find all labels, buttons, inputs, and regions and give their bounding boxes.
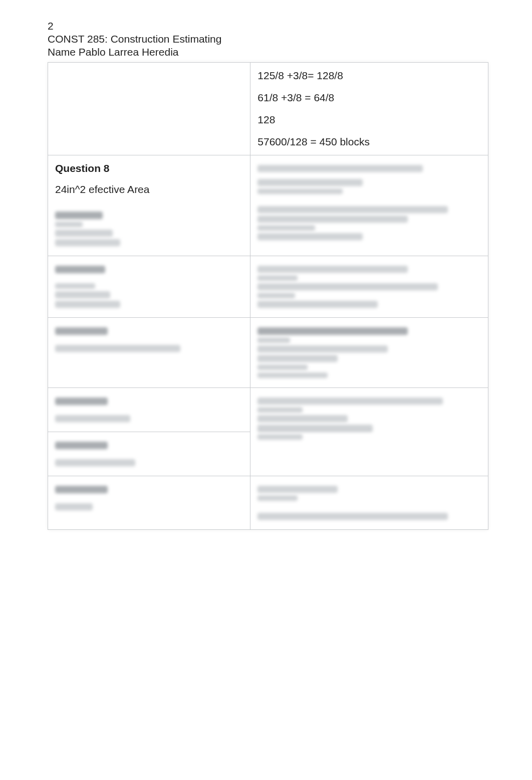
calc-line: 128 — [257, 114, 481, 126]
right-cell — [250, 256, 488, 318]
right-cell — [250, 318, 488, 388]
left-cell — [48, 256, 250, 318]
table-row: Question 8 24in^2 efective Area — [48, 155, 488, 256]
left-cell — [48, 318, 250, 388]
blurred-content — [55, 398, 243, 422]
left-cell: Question 8 24in^2 efective Area — [48, 155, 250, 256]
page-number: 2 — [48, 20, 492, 32]
right-cell — [250, 476, 488, 530]
blurred-content — [257, 327, 481, 378]
right-cell — [250, 388, 488, 476]
blurred-content — [55, 486, 243, 510]
blurred-content — [55, 327, 243, 352]
table-row — [48, 388, 488, 432]
course-title: CONST 285: Construction Estimating — [48, 33, 492, 45]
question-text: 24in^2 efective Area — [55, 183, 243, 196]
left-cell — [48, 432, 250, 476]
blurred-content — [257, 266, 481, 308]
blurred-content — [257, 486, 481, 520]
blurred-content — [55, 442, 243, 466]
left-cell — [48, 388, 250, 432]
blurred-content — [55, 266, 243, 308]
left-cell — [48, 63, 250, 155]
calc-line: 61/8 +3/8 = 64/8 — [257, 92, 481, 104]
answer-block: 125/8 +3/8= 128/8 61/8 +3/8 = 64/8 128 5… — [257, 70, 481, 148]
table-row — [48, 476, 488, 530]
calc-line: 57600/128 = 450 blocks — [257, 136, 481, 148]
blurred-content — [257, 398, 481, 440]
blurred-content — [55, 212, 243, 246]
blurred-content — [257, 165, 481, 240]
right-cell — [250, 155, 488, 256]
question-label: Question 8 — [55, 162, 243, 174]
left-cell — [48, 476, 250, 530]
document-header: 2 CONST 285: Construction Estimating Nam… — [48, 20, 492, 58]
calc-line: 125/8 +3/8= 128/8 — [257, 70, 481, 82]
table-row: 125/8 +3/8= 128/8 61/8 +3/8 = 64/8 128 5… — [48, 63, 488, 155]
table-row — [48, 318, 488, 388]
right-cell: 125/8 +3/8= 128/8 61/8 +3/8 = 64/8 128 5… — [250, 63, 488, 155]
content-table: 125/8 +3/8= 128/8 61/8 +3/8 = 64/8 128 5… — [48, 62, 488, 530]
table-row — [48, 256, 488, 318]
student-name: Name Pablo Larrea Heredia — [48, 46, 492, 58]
